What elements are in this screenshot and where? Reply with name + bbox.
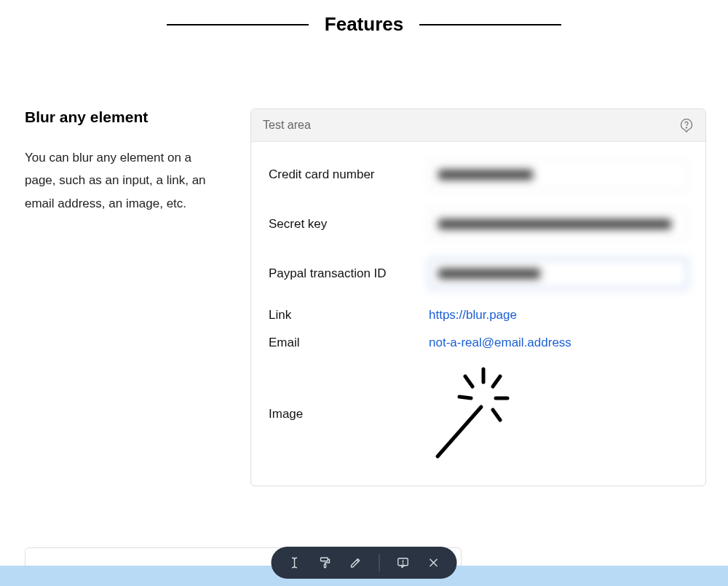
- field-credit-card: Credit card number: [269, 159, 688, 190]
- test-area-card: Test area Credit card number Sec: [250, 108, 706, 486]
- link-value-cell: https://blur.page: [429, 308, 688, 322]
- section-header: Features: [0, 0, 728, 65]
- link-value[interactable]: https://blur.page: [429, 308, 517, 322]
- svg-point-0: [686, 127, 687, 128]
- test-area-header: Test area: [251, 109, 705, 142]
- svg-rect-9: [321, 558, 328, 561]
- svg-point-14: [403, 563, 403, 564]
- email-value[interactable]: not-a-real@email.address: [429, 336, 571, 349]
- field-link: Link https://blur.page: [269, 308, 688, 322]
- floating-toolbar: [272, 547, 457, 579]
- header-line-right: [419, 24, 561, 25]
- image-label: Image: [269, 407, 429, 421]
- test-area-body: Credit card number Secret key Paypal tra…: [251, 142, 705, 486]
- feature-heading: Blur any element: [25, 108, 221, 126]
- field-secret-key: Secret key: [269, 209, 688, 239]
- feature-description: You can blur any element on a page, such…: [25, 146, 221, 215]
- field-image: Image: [269, 363, 688, 465]
- email-label: Email: [269, 336, 429, 350]
- credit-card-value: [429, 159, 688, 190]
- svg-line-6: [465, 376, 472, 387]
- field-email: Email not-a-real@email.address: [269, 336, 688, 350]
- feature-text: Blur any element You can blur any elemen…: [25, 108, 221, 215]
- paint-roller-tool[interactable]: [318, 555, 333, 570]
- svg-line-7: [459, 397, 471, 398]
- section-title: Features: [309, 13, 419, 36]
- secret-key-label: Secret key: [269, 217, 429, 231]
- feature-row: Blur any element You can blur any elemen…: [0, 108, 728, 486]
- close-tool[interactable]: [427, 555, 441, 570]
- credit-card-input-blurred[interactable]: [429, 159, 688, 190]
- svg-line-3: [493, 376, 500, 387]
- text-cursor-tool[interactable]: [288, 555, 302, 570]
- svg-line-11: [357, 560, 358, 561]
- paypal-input-blurred[interactable]: [429, 258, 688, 289]
- magic-wand-icon: [429, 362, 516, 467]
- email-value-cell: not-a-real@email.address: [429, 336, 688, 350]
- credit-card-label: Credit card number: [269, 167, 429, 182]
- field-paypal: Paypal transaction ID: [269, 258, 688, 289]
- message-tool[interactable]: [396, 555, 411, 570]
- paypal-label: Paypal transaction ID: [269, 266, 429, 281]
- header-line-left: [167, 24, 309, 25]
- link-label: Link: [269, 308, 429, 322]
- pen-tool[interactable]: [349, 555, 363, 570]
- secret-key-input-blurred[interactable]: [429, 209, 688, 239]
- svg-rect-10: [324, 564, 325, 568]
- secret-key-value: [429, 209, 688, 239]
- help-icon[interactable]: [679, 118, 694, 132]
- image-value: [429, 363, 688, 465]
- test-area-title: Test area: [263, 119, 311, 132]
- paypal-value: [429, 258, 688, 289]
- svg-line-5: [493, 410, 500, 420]
- toolbar-divider: [379, 554, 380, 571]
- svg-line-1: [438, 407, 481, 456]
